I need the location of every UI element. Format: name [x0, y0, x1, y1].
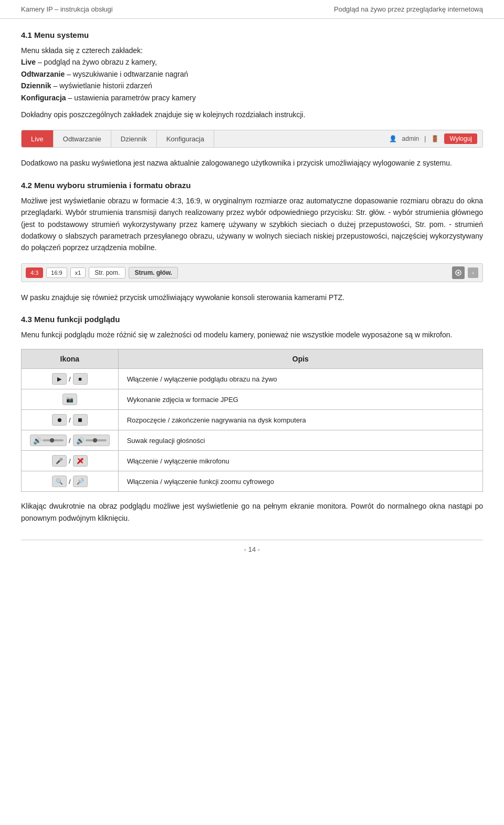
play-icon: ▶ — [52, 373, 67, 385]
section-4-2-note: W pasku znajduje się również przycisk um… — [21, 292, 483, 303]
slash-separator-5: / — [69, 457, 71, 465]
speaker-icon: 🔊 — [33, 437, 41, 445]
table-cell-desc-2: Wykonanie zdjęcia w formacie JPEG — [118, 389, 482, 410]
playback-desc: wyszukiwanie i odtwarzanie nagrań — [73, 70, 188, 78]
slash-separator-6: / — [69, 478, 71, 486]
section-4-3-title: 4.3 Menu funkcji podglądu — [21, 315, 483, 324]
table-row: 🔊 / 🔊 Suwak — [22, 430, 483, 451]
log-label: Dziennik — [21, 81, 51, 90]
record-stop-icon: ⏹ — [73, 414, 88, 426]
table-cell-icon-6: 🔍 / 🔎 — [22, 471, 119, 492]
config-desc: ustawienia parametrów pracy kamery — [74, 94, 196, 102]
nav-tab-bar: Live Odtwarzanie Dziennik Konfiguracja 👤… — [21, 130, 483, 148]
stream-bar-right: › — [452, 266, 478, 279]
stream-secondary-button[interactable]: Str. pom. — [89, 267, 125, 279]
table-cell-icon-1: ▶ / ■ — [22, 369, 119, 389]
zoom-off-icon: 🔎 — [73, 476, 88, 487]
tab-log[interactable]: Dziennik — [111, 130, 157, 147]
table-cell-icon-4: 🔊 / 🔊 — [22, 430, 119, 451]
volume-slider-icon: 🔊 — [30, 435, 67, 446]
live-desc: podgląd na żywo obrazu z kamery, — [44, 58, 157, 66]
table-cell-desc-1: Włączenie / wyłączenie podglądu obrazu n… — [118, 369, 482, 389]
slash-separator-4: / — [69, 437, 71, 445]
table-row: 🔍 / 🔎 Włączenia / wyłączenie funkcji zoo… — [22, 471, 483, 492]
table-header-icon: Ikona — [22, 349, 119, 369]
playback-label: Odtwarzanie — [21, 70, 65, 78]
header-left: Kamery IP – instrukcja obsługi — [21, 5, 113, 13]
mic-off-icon: 🎤✕ — [73, 455, 88, 467]
username-label: admin — [402, 135, 419, 142]
table-cell-desc-4: Suwak regulacji głośności — [118, 430, 482, 451]
section-4-1-intro: Menu składa się z czterech zakładek: Liv… — [21, 45, 483, 104]
section-4-1-note: Dodatkowo na pasku wyświetlona jest nazw… — [21, 157, 483, 169]
zoom-in-icon: 🔍 — [52, 476, 67, 487]
slider-thumb — [50, 438, 54, 442]
table-cell-desc-3: Rozpoczęcie / zakończenie nagrywania na … — [118, 410, 482, 430]
table-row: 📷 Wykonanie zdjęcia w formacie JPEG — [22, 389, 483, 410]
page-number: - 14 - — [21, 540, 483, 553]
table-row: 🎤 / 🎤✕ Włączenie / wyłączenie mikrofonu — [22, 451, 483, 471]
section-4-2-para1: Możliwe jest wyświetlanie obrazu w forma… — [21, 195, 483, 254]
table-cell-icon-2: 📷 — [22, 389, 119, 410]
ptz-icon[interactable] — [452, 266, 465, 279]
stream-bar: 4:3 16:9 x1 Str. pom. Strum. głów. › — [21, 263, 483, 282]
table-cell-icon-5: 🎤 / 🎤✕ — [22, 451, 119, 471]
table-row: ⏺ / ⏹ Rozpoczęcie / zakończenie nagrywan… — [22, 410, 483, 430]
slider-thumb-2 — [93, 438, 97, 442]
svg-point-1 — [457, 272, 459, 274]
section-4-1-title: 4.1 Menu systemu — [21, 30, 483, 39]
ratio-4-3-button[interactable]: 4:3 — [26, 267, 43, 278]
table-cell-desc-5: Włączenie / wyłączenie mikrofonu — [118, 451, 482, 471]
tab-config[interactable]: Konfiguracja — [157, 130, 214, 147]
ratio-x1-button[interactable]: x1 — [70, 267, 86, 278]
icons-table: Ikona Opis ▶ / ■ Włączenie / wyłączenie … — [21, 349, 483, 492]
section-4-3-intro: Menu funkcji podglądu może różnić się w … — [21, 329, 483, 341]
mic-on-icon: 🎤 — [52, 455, 67, 467]
logout-icon: 🚪 — [431, 135, 439, 142]
section-4-3-footer-note: Klikając dwukrotnie na obraz podglądu mo… — [21, 500, 483, 524]
log-desc: wyświetlanie historii zdarzeń — [59, 81, 152, 90]
user-icon: 👤 — [389, 135, 397, 142]
table-header-desc: Opis — [118, 349, 482, 369]
logout-button[interactable]: Wyloguj — [444, 133, 477, 144]
live-label: Live — [21, 58, 36, 66]
tab-playback[interactable]: Odtwarzanie — [54, 130, 111, 147]
config-label: Konfiguracja — [21, 94, 66, 102]
slider-track-2 — [86, 439, 107, 441]
header-right: Podgląd na żywo przez przeglądarkę inter… — [334, 5, 483, 13]
stream-main-button[interactable]: Strum. głów. — [129, 267, 178, 279]
slider-track — [43, 439, 64, 441]
stream-arrow-button[interactable]: › — [468, 267, 478, 278]
speaker-icon-2: 🔊 — [76, 437, 85, 445]
slash-separator-3: / — [69, 416, 71, 424]
ratio-16-9-button[interactable]: 16:9 — [46, 267, 67, 278]
table-cell-desc-6: Włączenia / wyłączenie funkcji zoomu cyf… — [118, 471, 482, 492]
tab-live[interactable]: Live — [22, 130, 54, 147]
section-4-2-title: 4.2 Menu wyboru strumienia i formatu obr… — [21, 181, 483, 190]
volume-slider-icon-2: 🔊 — [73, 435, 110, 446]
stop-icon: ■ — [73, 373, 88, 385]
table-row: ▶ / ■ Włączenie / wyłączenie podglądu ob… — [22, 369, 483, 389]
record-start-icon: ⏺ — [52, 414, 67, 426]
separator: | — [424, 135, 426, 142]
section-4-1-closing: Dokładny opis poszczególnych zakładek zn… — [21, 109, 483, 120]
camera-icon: 📷 — [62, 394, 77, 405]
slash-separator-1: / — [69, 375, 71, 383]
table-cell-icon-3: ⏺ / ⏹ — [22, 410, 119, 430]
tab-right-area: 👤 admin | 🚪 Wyloguj — [389, 133, 482, 144]
